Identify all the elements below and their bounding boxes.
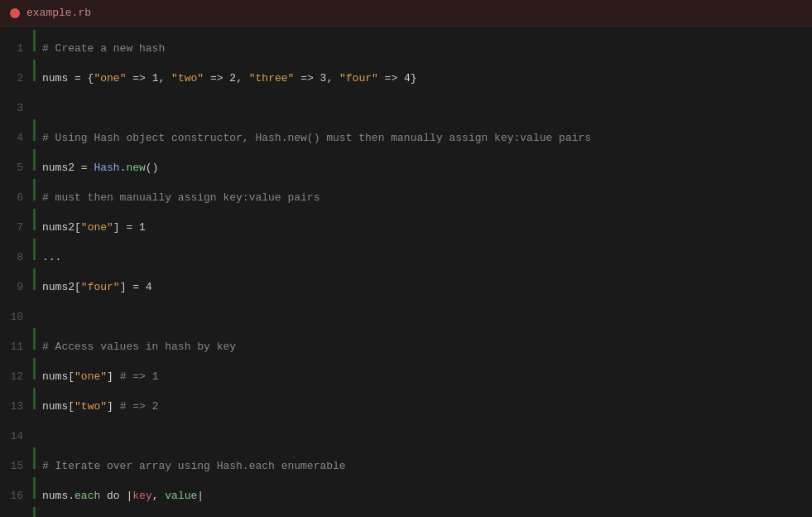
- table-row: 6 # must then manually assign key:value …: [0, 179, 812, 209]
- code-content: # Using Hash object constructor, Hash.ne…: [42, 128, 591, 149]
- line-number: 7: [0, 217, 33, 239]
- code-content: # Access values in hash by key: [42, 336, 236, 358]
- table-row: 3: [0, 89, 812, 119]
- table-row: 14: [0, 418, 812, 447]
- line-number: 11: [0, 336, 33, 358]
- line-bar: [33, 209, 36, 230]
- line-bar: [33, 239, 36, 260]
- line-number: 10: [0, 307, 33, 328]
- line-number: 9: [0, 277, 33, 298]
- file-dot-icon: [10, 8, 20, 18]
- code-content: ...: [42, 247, 61, 268]
- line-number: 15: [0, 456, 33, 477]
- table-row: 8 ...: [0, 239, 812, 268]
- line-number: 3: [0, 98, 33, 119]
- filename: example.rb: [26, 7, 91, 19]
- code-content: # Create a new hash: [42, 38, 165, 60]
- table-row: 16 nums.each do |key, value|: [0, 477, 812, 507]
- line-number: 1: [0, 38, 33, 60]
- line-bar: [33, 60, 36, 81]
- code-content: nums.each do |key, value|: [42, 486, 204, 507]
- code-content: nums["one"] # => 1: [42, 366, 158, 388]
- table-row: 15 # Iterate over array using Hash.each …: [0, 447, 812, 477]
- line-bar: [33, 179, 36, 201]
- line-number: 5: [0, 157, 33, 179]
- line-bar: [33, 477, 36, 499]
- code-content: nums2["four"] = 4: [42, 277, 152, 298]
- line-number: 12: [0, 366, 33, 388]
- table-row: 11 # Access values in hash by key: [0, 328, 812, 358]
- title-bar: example.rb: [0, 0, 812, 27]
- line-bar: [33, 507, 36, 517]
- code-content: nums2["one"] = 1: [42, 217, 146, 239]
- table-row: 2 nums = {"one" => 1, "two" => 2, "three…: [0, 60, 812, 89]
- line-number: 16: [0, 486, 33, 507]
- table-row: 4 # Using Hash object constructor, Hash.…: [0, 119, 812, 149]
- code-content: # Iterate over array using Hash.each enu…: [42, 456, 346, 477]
- line-bar-empty: [33, 418, 36, 439]
- line-bar: [33, 388, 36, 409]
- table-row: 5 nums2 = Hash.new(): [0, 149, 812, 179]
- line-bar: [33, 119, 36, 141]
- line-number: 4: [0, 128, 33, 149]
- line-bar: [33, 30, 36, 51]
- code-content: nums2 = Hash.new(): [42, 157, 158, 179]
- line-number: 2: [0, 68, 33, 89]
- table-row: 12 nums["one"] # => 1: [0, 358, 812, 388]
- line-bar-empty: [33, 298, 36, 320]
- table-row: 7 nums2["one"] = 1: [0, 209, 812, 239]
- table-row: 17 | print key, '--', value # use print …: [0, 507, 812, 517]
- table-row: 13 nums["two"] # => 2: [0, 388, 812, 418]
- line-number: 14: [0, 426, 33, 447]
- line-bar: [33, 149, 36, 171]
- code-editor: 1 # Create a new hash 2 nums = {"one" =>…: [0, 27, 812, 517]
- line-number: 8: [0, 247, 33, 268]
- table-row: 1 # Create a new hash: [0, 30, 812, 60]
- line-bar-empty: [33, 89, 36, 111]
- table-row: 10: [0, 298, 812, 328]
- line-bar: [33, 268, 36, 290]
- code-content: # must then manually assign key:value pa…: [42, 187, 320, 209]
- table-row: 9 nums2["four"] = 4: [0, 268, 812, 298]
- code-content: nums["two"] # => 2: [42, 396, 158, 418]
- line-bar: [33, 328, 36, 350]
- code-content: nums = {"one" => 1, "two" => 2, "three" …: [42, 68, 417, 89]
- line-number: 6: [0, 187, 33, 209]
- line-bar: [33, 447, 36, 469]
- line-bar: [33, 358, 36, 379]
- line-number: 13: [0, 396, 33, 418]
